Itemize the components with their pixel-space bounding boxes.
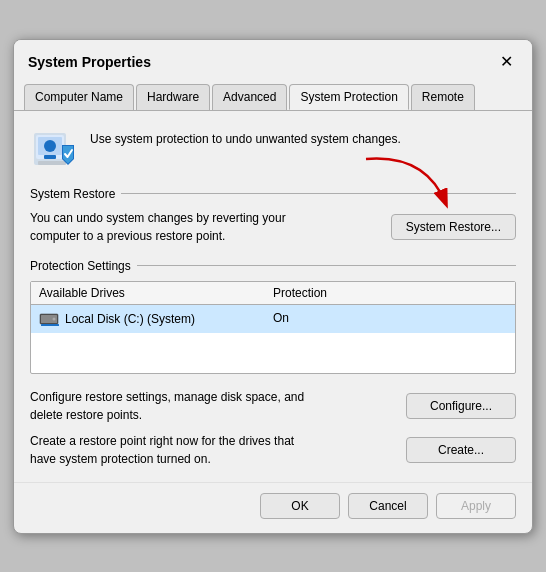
drives-table: Available Drives Protection Local Disk (… bbox=[30, 281, 516, 374]
close-button[interactable]: ✕ bbox=[494, 50, 518, 74]
protection-settings-section: Protection Settings Available Drives Pro… bbox=[30, 259, 516, 374]
configure-row: Configure restore settings, manage disk … bbox=[30, 388, 516, 424]
header-description: Use system protection to undo unwanted s… bbox=[90, 125, 401, 148]
system-restore-label: System Restore bbox=[30, 187, 516, 201]
create-description: Create a restore point right now for the… bbox=[30, 432, 310, 468]
drive-name: Local Disk (C:) (System) bbox=[65, 312, 195, 326]
system-properties-dialog: System Properties ✕ Computer Name Hardwa… bbox=[13, 39, 533, 534]
header-row: Use system protection to undo unwanted s… bbox=[30, 125, 516, 173]
dialog-title: System Properties bbox=[28, 54, 151, 70]
table-row[interactable]: Local Disk (C:) (System) On bbox=[31, 305, 515, 333]
drive-protection: On bbox=[273, 311, 507, 327]
restore-row: You can undo system changes by reverting… bbox=[30, 209, 516, 245]
create-row: Create a restore point right now for the… bbox=[30, 432, 516, 468]
title-bar: System Properties ✕ bbox=[14, 40, 532, 74]
tab-hardware[interactable]: Hardware bbox=[136, 84, 210, 110]
create-button[interactable]: Create... bbox=[406, 437, 516, 463]
configure-button[interactable]: Configure... bbox=[406, 393, 516, 419]
drive-icon bbox=[39, 311, 59, 327]
tab-remote[interactable]: Remote bbox=[411, 84, 475, 110]
restore-button-container: System Restore... bbox=[391, 214, 516, 240]
restore-description: You can undo system changes by reverting… bbox=[30, 209, 300, 245]
apply-button[interactable]: Apply bbox=[436, 493, 516, 519]
svg-point-3 bbox=[44, 140, 56, 152]
svg-rect-12 bbox=[41, 324, 59, 326]
col-protection-header: Protection bbox=[273, 286, 507, 300]
empty-rows bbox=[31, 333, 515, 373]
svg-rect-4 bbox=[44, 155, 56, 159]
tab-advanced[interactable]: Advanced bbox=[212, 84, 287, 110]
cancel-button[interactable]: Cancel bbox=[348, 493, 428, 519]
system-restore-button[interactable]: System Restore... bbox=[391, 214, 516, 240]
svg-point-11 bbox=[53, 317, 56, 320]
content-area: Use system protection to undo unwanted s… bbox=[14, 111, 532, 482]
tab-bar: Computer Name Hardware Advanced System P… bbox=[14, 78, 532, 111]
tab-system-protection[interactable]: System Protection bbox=[289, 84, 408, 110]
ok-button[interactable]: OK bbox=[260, 493, 340, 519]
system-protection-icon bbox=[30, 125, 78, 173]
system-restore-section: System Restore You can undo system chang… bbox=[30, 187, 516, 245]
col-drives-header: Available Drives bbox=[39, 286, 273, 300]
svg-rect-5 bbox=[38, 161, 66, 165]
table-header: Available Drives Protection bbox=[31, 282, 515, 305]
drive-name-cell: Local Disk (C:) (System) bbox=[39, 311, 273, 327]
configure-description: Configure restore settings, manage disk … bbox=[30, 388, 310, 424]
tab-computer-name[interactable]: Computer Name bbox=[24, 84, 134, 110]
dialog-footer: OK Cancel Apply bbox=[14, 482, 532, 533]
protection-settings-label: Protection Settings bbox=[30, 259, 516, 273]
